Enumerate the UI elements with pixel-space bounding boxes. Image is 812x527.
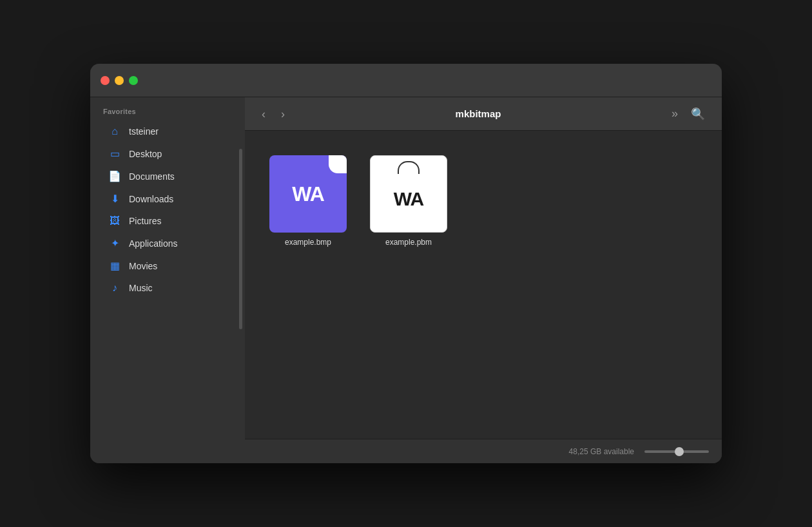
finder-window: Favorites ⌂ tsteiner ▭ Desktop 📄 Documen… [90,64,722,463]
sidebar-item-applications[interactable]: ✦ Applications [95,233,240,254]
sidebar-item-label: Applications [129,238,178,249]
file-icon-pbm: WA [370,155,447,233]
sidebar-item-label: Desktop [129,149,162,159]
file-name-bmp: example.bmp [285,238,331,247]
pbm-icon-text: WA [394,188,423,210]
status-bar: 48,25 GB available [245,439,722,463]
sidebar: Favorites ⌂ tsteiner ▭ Desktop 📄 Documen… [90,97,245,463]
files-area: WA example.bmp WA example.pbm [245,131,722,439]
content-pane: ‹ › mkbitmap » 🔍 WA example.bmp [245,97,722,463]
downloads-icon: ⬇ [108,193,121,205]
sidebar-section-favorites: Favorites [90,108,245,120]
zoom-slider[interactable] [644,450,709,453]
search-button[interactable]: 🔍 [687,104,709,124]
documents-icon: 📄 [108,170,121,182]
sidebar-item-label: tsteiner [129,126,159,137]
maximize-button[interactable] [129,76,138,85]
sidebar-item-pictures[interactable]: 🖼 Pictures [95,211,240,231]
traffic-lights [101,76,138,85]
forward-button[interactable]: › [277,106,289,122]
finder-toolbar: ‹ › mkbitmap » 🔍 [245,97,722,131]
close-button[interactable] [101,76,110,85]
back-button[interactable]: ‹ [258,106,269,122]
sidebar-scrollbar[interactable] [239,149,242,329]
minimize-button[interactable] [115,76,124,85]
sidebar-item-label: Music [129,283,153,293]
applications-icon: ✦ [108,237,121,249]
storage-status: 48,25 GB available [569,447,634,456]
file-icon-bmp: WA [269,155,347,233]
file-item-pbm[interactable]: WA example.pbm [365,150,452,252]
sidebar-item-label: Movies [129,261,157,271]
sidebar-item-downloads[interactable]: ⬇ Downloads [95,188,240,209]
sidebar-item-tsteiner[interactable]: ⌂ tsteiner [95,121,240,142]
zoom-slider-container [644,450,709,453]
sidebar-item-documents[interactable]: 📄 Documents [95,166,240,187]
more-views-button[interactable]: » [668,104,682,123]
sidebar-item-label: Pictures [129,216,162,226]
main-area: Favorites ⌂ tsteiner ▭ Desktop 📄 Documen… [90,97,722,463]
sidebar-item-movies[interactable]: ▦ Movies [95,255,240,276]
desktop-icon: ▭ [108,148,121,160]
home-icon: ⌂ [108,126,121,137]
bmp-icon-text: WA [292,182,324,206]
movies-icon: ▦ [108,260,121,272]
music-icon: ♪ [108,282,121,294]
file-name-pbm: example.pbm [385,238,432,247]
toolbar-title: mkbitmap [296,108,660,119]
toolbar-actions: » 🔍 [668,104,709,124]
sidebar-item-desktop[interactable]: ▭ Desktop [95,143,240,164]
pictures-icon: 🖼 [108,215,121,227]
file-item-bmp[interactable]: WA example.bmp [264,150,352,252]
sidebar-item-label: Downloads [129,194,173,204]
titlebar [90,64,722,97]
sidebar-item-music[interactable]: ♪ Music [95,278,240,298]
sidebar-item-label: Documents [129,171,175,182]
